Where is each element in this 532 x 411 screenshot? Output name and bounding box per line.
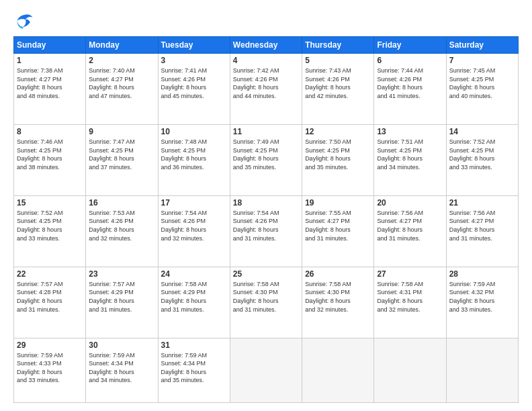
calendar-day <box>374 338 446 402</box>
weekday-header: Friday <box>374 37 446 54</box>
calendar-day: 21Sunrise: 7:56 AMSunset: 4:27 PMDayligh… <box>446 195 518 267</box>
calendar-day: 4Sunrise: 7:42 AMSunset: 4:26 PMDaylight… <box>230 54 302 125</box>
calendar-day: 30Sunrise: 7:59 AMSunset: 4:34 PMDayligh… <box>86 338 158 402</box>
calendar-day: 29Sunrise: 7:59 AMSunset: 4:33 PMDayligh… <box>14 338 86 402</box>
calendar-day: 16Sunrise: 7:53 AMSunset: 4:26 PMDayligh… <box>86 195 158 267</box>
logo <box>13 12 38 31</box>
calendar-day: 27Sunrise: 7:58 AMSunset: 4:31 PMDayligh… <box>374 267 446 338</box>
calendar-day: 25Sunrise: 7:58 AMSunset: 4:30 PMDayligh… <box>230 267 302 338</box>
calendar-table: SundayMondayTuesdayWednesdayThursdayFrid… <box>13 36 519 403</box>
calendar-day: 10Sunrise: 7:48 AMSunset: 4:25 PMDayligh… <box>158 124 230 195</box>
calendar-day <box>302 338 374 402</box>
calendar-day: 18Sunrise: 7:54 AMSunset: 4:26 PMDayligh… <box>230 195 302 267</box>
calendar-day: 1Sunrise: 7:38 AMSunset: 4:27 PMDaylight… <box>14 54 86 125</box>
weekday-header: Tuesday <box>158 37 230 54</box>
calendar-day: 7Sunrise: 7:45 AMSunset: 4:25 PMDaylight… <box>446 54 518 125</box>
weekday-header: Sunday <box>14 37 86 54</box>
calendar-day: 14Sunrise: 7:52 AMSunset: 4:25 PMDayligh… <box>446 124 518 195</box>
calendar-day: 24Sunrise: 7:58 AMSunset: 4:29 PMDayligh… <box>158 267 230 338</box>
weekday-header: Wednesday <box>230 37 302 54</box>
calendar-day: 13Sunrise: 7:51 AMSunset: 4:25 PMDayligh… <box>374 124 446 195</box>
logo-icon <box>13 12 35 31</box>
calendar-day: 28Sunrise: 7:59 AMSunset: 4:32 PMDayligh… <box>446 267 518 338</box>
calendar-day <box>230 338 302 402</box>
calendar-day: 9Sunrise: 7:47 AMSunset: 4:25 PMDaylight… <box>86 124 158 195</box>
calendar-day: 11Sunrise: 7:49 AMSunset: 4:25 PMDayligh… <box>230 124 302 195</box>
calendar-day: 19Sunrise: 7:55 AMSunset: 4:27 PMDayligh… <box>302 195 374 267</box>
calendar-day: 3Sunrise: 7:41 AMSunset: 4:26 PMDaylight… <box>158 54 230 125</box>
calendar-day: 22Sunrise: 7:57 AMSunset: 4:28 PMDayligh… <box>14 267 86 338</box>
calendar-day: 8Sunrise: 7:46 AMSunset: 4:25 PMDaylight… <box>14 124 86 195</box>
weekday-header: Thursday <box>302 37 374 54</box>
calendar-day <box>446 338 518 402</box>
header <box>13 12 519 31</box>
calendar-day: 12Sunrise: 7:50 AMSunset: 4:25 PMDayligh… <box>302 124 374 195</box>
calendar-header-row: SundayMondayTuesdayWednesdayThursdayFrid… <box>14 37 519 54</box>
page: SundayMondayTuesdayWednesdayThursdayFrid… <box>0 0 532 411</box>
calendar-week-row: 1Sunrise: 7:38 AMSunset: 4:27 PMDaylight… <box>14 54 519 125</box>
weekday-header: Monday <box>86 37 158 54</box>
calendar-day: 23Sunrise: 7:57 AMSunset: 4:29 PMDayligh… <box>86 267 158 338</box>
calendar-week-row: 29Sunrise: 7:59 AMSunset: 4:33 PMDayligh… <box>14 338 519 402</box>
calendar-day: 5Sunrise: 7:43 AMSunset: 4:26 PMDaylight… <box>302 54 374 125</box>
calendar-week-row: 8Sunrise: 7:46 AMSunset: 4:25 PMDaylight… <box>14 124 519 195</box>
weekday-header: Saturday <box>446 37 518 54</box>
calendar-week-row: 22Sunrise: 7:57 AMSunset: 4:28 PMDayligh… <box>14 267 519 338</box>
calendar-day: 31Sunrise: 7:59 AMSunset: 4:34 PMDayligh… <box>158 338 230 402</box>
calendar-day: 20Sunrise: 7:56 AMSunset: 4:27 PMDayligh… <box>374 195 446 267</box>
calendar-day: 6Sunrise: 7:44 AMSunset: 4:26 PMDaylight… <box>374 54 446 125</box>
calendar-day: 26Sunrise: 7:58 AMSunset: 4:30 PMDayligh… <box>302 267 374 338</box>
calendar-day: 17Sunrise: 7:54 AMSunset: 4:26 PMDayligh… <box>158 195 230 267</box>
calendar-day: 15Sunrise: 7:52 AMSunset: 4:25 PMDayligh… <box>14 195 86 267</box>
calendar-week-row: 15Sunrise: 7:52 AMSunset: 4:25 PMDayligh… <box>14 195 519 267</box>
calendar-day: 2Sunrise: 7:40 AMSunset: 4:27 PMDaylight… <box>86 54 158 125</box>
